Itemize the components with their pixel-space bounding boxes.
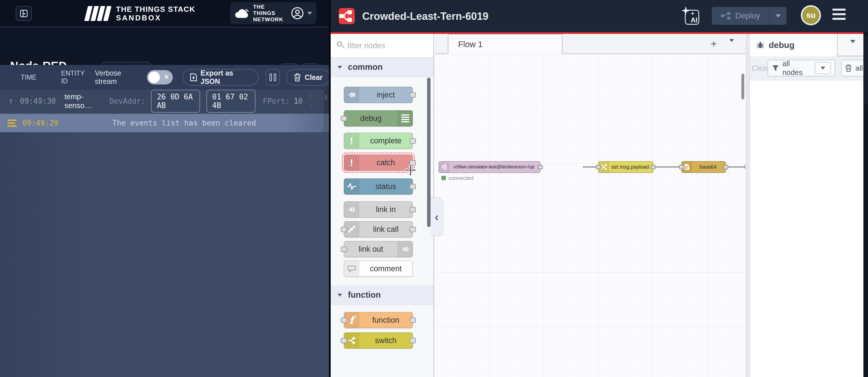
toggle-knob xyxy=(148,71,160,83)
screen-edge-scroll-region xyxy=(864,35,868,104)
chevron-down-icon xyxy=(820,67,825,69)
sidebar-resize-handle[interactable] xyxy=(746,34,750,377)
export-json-button[interactable]: Export as JSON xyxy=(183,69,258,86)
palette-scrollbar[interactable] xyxy=(427,78,431,227)
output-port[interactable] xyxy=(410,227,416,232)
add-flow-button[interactable]: + xyxy=(711,38,717,50)
brand-line2: SANDBOX xyxy=(116,13,161,22)
flow-tabbar: Flow 1 + xyxy=(435,34,745,54)
deploy-options-caret[interactable] xyxy=(769,7,786,25)
palette-node-catch[interactable]: ! catch xyxy=(344,154,413,171)
palette-section-common[interactable]: common xyxy=(331,57,433,77)
pause-icon xyxy=(270,74,272,81)
palette-collapse-button[interactable]: ‹ xyxy=(431,198,443,236)
nodered-window: Crowded-Least-Tern-6019 AI xyxy=(331,0,863,377)
palette-node-link-out[interactable]: link out xyxy=(344,241,413,257)
palette-node-link-call[interactable]: link call xyxy=(344,221,413,237)
flow-node-change[interactable]: set msg.payload xyxy=(598,161,653,173)
deploy-main[interactable]: Deploy xyxy=(712,11,769,21)
chevron-down-icon xyxy=(730,39,734,47)
sparkle-small-icon xyxy=(691,11,694,16)
event-entity: temp-senso… xyxy=(65,92,100,110)
nodered-header: Crowded-Least-Tern-6019 AI xyxy=(331,0,863,32)
wire xyxy=(728,166,745,168)
deploy-label: Deploy xyxy=(735,11,760,21)
input-port[interactable] xyxy=(341,227,347,232)
output-port[interactable] xyxy=(723,165,728,169)
flow-list-button[interactable] xyxy=(730,42,734,47)
trash-icon xyxy=(845,64,852,72)
input-port[interactable] xyxy=(341,338,347,343)
verbose-stream-label: Verbose stream xyxy=(95,69,142,86)
input-port[interactable] xyxy=(596,165,601,169)
event-row-uplink[interactable]: ↑ 09:49:30 temp-senso… DevAddr: 26 0D 6A… xyxy=(0,90,330,113)
devaddr-badge[interactable]: 26 0D 6A AB xyxy=(151,90,200,113)
event-list-scrollbar-gutter xyxy=(324,90,329,132)
tab-debug[interactable]: debug xyxy=(750,34,838,56)
chevron-left-icon: ‹ xyxy=(435,211,439,224)
event-time: 09:49:29 xyxy=(22,119,58,127)
output-port[interactable] xyxy=(410,318,416,323)
flow-node-mqtt-in[interactable]: v3/lwn-simulator-test@ttn/devices/+/up xyxy=(439,161,540,173)
input-port[interactable] xyxy=(341,116,347,121)
palette-node-complete[interactable]: ! complete xyxy=(344,133,413,149)
user-avatar[interactable]: su xyxy=(801,5,821,25)
palette-node-status[interactable]: status xyxy=(344,178,413,195)
main-menu-button[interactable] xyxy=(832,9,846,20)
event-row-cleared[interactable]: 09:49:29 The events list has been cleare… xyxy=(0,114,330,132)
funnel-icon xyxy=(772,65,779,71)
payload-badge[interactable]: 01 67 02 4B xyxy=(206,90,255,113)
output-port[interactable] xyxy=(410,92,416,98)
palette-node-switch[interactable]: switch xyxy=(344,332,413,349)
chevron-down-icon xyxy=(338,294,342,296)
flow-project-title: Crowded-Least-Tern-6019 xyxy=(362,10,488,22)
debug-filter-dropdown[interactable]: all nodes xyxy=(768,60,835,77)
tts-header: THE THINGS STACK SANDBOX THE THINGS NETW… xyxy=(0,0,330,27)
account-name: THE THINGS NETWORK xyxy=(253,4,288,23)
output-port[interactable] xyxy=(410,338,416,343)
output-port[interactable] xyxy=(651,165,656,169)
search-icon xyxy=(337,41,342,47)
mqtt-signal-icon xyxy=(439,162,449,172)
ai-assistant-button[interactable]: AI xyxy=(683,7,700,25)
event-time: 09:49:30 xyxy=(20,97,56,106)
flow-node-base64[interactable]: b 64 base64 xyxy=(681,161,726,173)
sparkle-icon xyxy=(681,6,690,15)
palette-node-debug[interactable]: debug xyxy=(344,110,413,126)
sidebar-tab-menu[interactable] xyxy=(850,43,856,48)
move-cursor-icon xyxy=(404,164,417,176)
input-port[interactable] xyxy=(679,165,684,169)
tab-flow-1[interactable]: Flow 1 xyxy=(448,34,563,54)
pause-stream-button[interactable] xyxy=(266,69,280,86)
input-port[interactable] xyxy=(745,165,745,169)
deploy-button[interactable]: Deploy xyxy=(712,7,786,25)
flow-canvas[interactable]: v3/lwn-simulator-test@ttn/devices/+/up c… xyxy=(435,54,745,377)
clear-events-button[interactable]: Clear xyxy=(286,69,330,86)
tts-logo-icon xyxy=(86,5,111,22)
palette-node-inject[interactable]: inject xyxy=(344,87,413,103)
output-port[interactable] xyxy=(410,207,416,212)
palette-node-link-in[interactable]: link in xyxy=(344,201,413,218)
sidebar-toggle-button[interactable] xyxy=(16,6,32,21)
filter-nodes-input[interactable] xyxy=(347,39,428,52)
palette-node-comment[interactable]: comment xyxy=(344,261,413,277)
palette-node-function[interactable]: f function xyxy=(344,312,413,328)
bug-icon xyxy=(756,41,765,50)
status-connected-text: connected xyxy=(448,175,474,181)
toggle-off-icon: × xyxy=(164,72,168,81)
input-port[interactable] xyxy=(341,246,347,252)
ai-label: AI xyxy=(691,16,698,24)
entity-title-block: Node-RED + Add label ID: lwn-simulator-t… xyxy=(0,27,330,65)
svg-text:64: 64 xyxy=(687,165,689,167)
tts-console-panel: THE THINGS STACK SANDBOX THE THINGS NETW… xyxy=(0,0,330,377)
canvas-scrollbar[interactable] xyxy=(741,74,744,99)
input-port[interactable] xyxy=(341,318,347,323)
filter-shortcut-pill xyxy=(815,62,831,74)
verbose-stream-toggle[interactable]: × xyxy=(147,70,173,85)
palette-section-function[interactable]: function xyxy=(331,285,433,305)
account-menu-button[interactable]: THE THINGS NETWORK xyxy=(230,2,316,24)
deploy-nodes-icon xyxy=(721,12,731,20)
output-port[interactable] xyxy=(410,184,416,190)
output-port[interactable] xyxy=(410,138,416,144)
output-port[interactable] xyxy=(538,165,543,169)
